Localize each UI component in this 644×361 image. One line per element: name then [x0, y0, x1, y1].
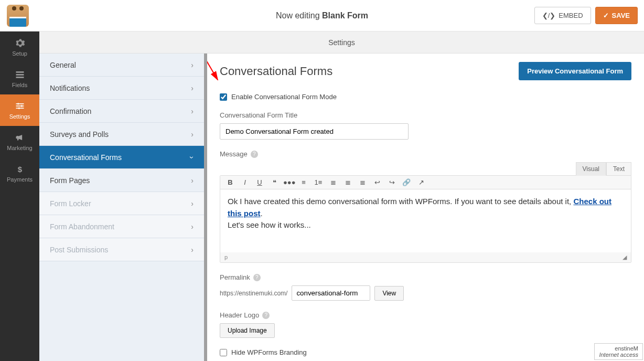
resize-icon[interactable]: ◢ — [622, 254, 627, 261]
align-right-icon[interactable]: ≣ — [357, 178, 368, 186]
permalink-label: Permalink — [220, 273, 250, 281]
bold-icon[interactable]: B — [224, 178, 236, 186]
sidebar-item-surveys-and-polls[interactable]: Surveys and Polls› — [39, 123, 204, 146]
undo-icon[interactable]: ↩ — [371, 178, 383, 186]
nav-payments[interactable]: $Payments — [0, 157, 39, 189]
svg-rect-2 — [16, 77, 24, 78]
chevron-right-icon: › — [188, 156, 197, 158]
editor-body[interactable]: Ok I have created this demo conversation… — [220, 189, 631, 252]
settings-content: Conversational Forms Preview Conversatio… — [207, 54, 644, 361]
svg-line-12 — [207, 54, 218, 80]
header-logo-label: Header Logo — [220, 311, 259, 319]
save-label: SAVE — [612, 12, 630, 19]
editor-path: p — [224, 254, 228, 261]
preview-button[interactable]: Preview Conversational Form — [519, 62, 631, 80]
editor-toolbar: B I U ❝ ●●● ≡ 1≡ ≣ ≣ ≣ ↩ ↪ 🔗 — [220, 176, 631, 189]
svg-rect-3 — [16, 103, 24, 104]
chevron-right-icon: › — [191, 61, 194, 69]
italic-icon[interactable]: I — [239, 178, 251, 186]
chevron-right-icon: › — [191, 246, 194, 254]
embed-button[interactable]: ❮/❯EMBED — [534, 7, 591, 24]
save-button[interactable]: ✓SAVE — [595, 7, 638, 24]
svg-rect-4 — [16, 105, 24, 107]
view-button[interactable]: View — [374, 286, 404, 301]
nav-settings[interactable]: Settings — [0, 94, 39, 126]
nav-marketing[interactable]: Marketing — [0, 126, 39, 157]
chevron-right-icon: › — [191, 199, 194, 208]
tab-visual[interactable]: Visual — [576, 162, 606, 176]
editing-prefix: Now editing — [276, 11, 322, 20]
form-title-input[interactable] — [220, 123, 409, 140]
svg-point-8 — [18, 108, 19, 109]
message-label: Message — [220, 150, 248, 158]
ol-icon[interactable]: 1≡ — [313, 178, 324, 186]
form-name: Blank Form — [322, 11, 368, 20]
list-icon — [15, 69, 25, 80]
quote-icon[interactable]: ❝ — [269, 178, 280, 186]
sliders-icon — [15, 101, 25, 111]
align-center-icon[interactable]: ≣ — [342, 178, 353, 186]
permalink-input[interactable] — [292, 285, 370, 301]
svg-point-6 — [17, 103, 19, 104]
underline-icon[interactable]: U — [254, 178, 265, 186]
panel-title: Settings — [39, 31, 644, 54]
sidebar-item-form-locker: Form Locker› — [39, 192, 204, 215]
check-icon: ✓ — [603, 12, 609, 19]
chevron-right-icon: › — [191, 107, 194, 115]
sidebar-item-conversational-forms[interactable]: Conversational Forms› — [39, 146, 204, 169]
left-nav: Setup Fields Settings Marketing $Payment… — [0, 31, 39, 361]
hide-branding-label: Hide WPForms Branding — [231, 348, 307, 356]
help-icon[interactable]: ? — [262, 312, 270, 319]
chevron-right-icon: › — [191, 130, 194, 139]
enable-mode-checkbox[interactable] — [220, 93, 227, 101]
chevron-right-icon: › — [191, 176, 194, 185]
tab-text[interactable]: Text — [606, 162, 631, 176]
upload-image-button[interactable]: Upload Image — [220, 323, 275, 338]
message-editor: B I U ❝ ●●● ≡ 1≡ ≣ ≣ ≣ ↩ ↪ 🔗 — [220, 175, 631, 263]
settings-sidebar: General›Notifications›Confirmation›Surve… — [39, 54, 207, 361]
sidebar-item-confirmation[interactable]: Confirmation› — [39, 100, 204, 123]
chevron-right-icon: › — [191, 84, 194, 92]
help-icon[interactable]: ? — [251, 151, 258, 158]
bullhorn-icon — [15, 132, 25, 143]
code-icon[interactable]: ●●● — [283, 178, 295, 186]
nav-setup[interactable]: Setup — [0, 31, 39, 63]
sidebar-item-general[interactable]: General› — [39, 54, 204, 77]
status-bar: enstineM Internet access — [594, 343, 643, 360]
chevron-right-icon: › — [191, 222, 194, 231]
gear-icon — [15, 38, 25, 48]
sidebar-item-form-abandonment: Form Abandonment› — [39, 215, 204, 238]
sidebar-item-notifications[interactable]: Notifications› — [39, 77, 204, 100]
sidebar-item-post-submissions: Post Submissions› — [39, 238, 204, 261]
hide-branding-toggle[interactable]: Hide WPForms Branding — [220, 348, 631, 356]
svg-text:$: $ — [17, 165, 22, 174]
sidebar-item-form-pages[interactable]: Form Pages› — [39, 169, 204, 192]
svg-rect-1 — [16, 74, 24, 76]
editing-title: Now editing Blank Form — [276, 11, 368, 20]
enable-mode-toggle[interactable]: Enable Conversational Form Mode — [220, 93, 631, 101]
align-left-icon[interactable]: ≣ — [327, 178, 339, 186]
embed-label: EMBED — [559, 12, 583, 19]
nav-fields[interactable]: Fields — [0, 63, 39, 94]
code-icon: ❮/❯ — [542, 12, 556, 19]
wpforms-logo — [7, 5, 29, 27]
svg-rect-0 — [16, 71, 24, 73]
dollar-icon: $ — [15, 164, 25, 174]
ul-icon[interactable]: ≡ — [298, 178, 309, 186]
svg-point-7 — [20, 105, 22, 107]
help-icon[interactable]: ? — [253, 274, 261, 281]
link-icon[interactable]: 🔗 — [401, 178, 412, 186]
permalink-prefix: https://enstinemuki.com/ — [220, 290, 287, 297]
hide-branding-checkbox[interactable] — [220, 349, 227, 356]
enable-mode-label: Enable Conversational Form Mode — [231, 93, 337, 101]
page-heading: Conversational Forms — [220, 65, 332, 78]
redo-icon[interactable]: ↪ — [386, 178, 398, 186]
title-label: Conversational Form Title — [220, 111, 631, 119]
unlink-icon[interactable]: ↗ — [415, 178, 427, 186]
